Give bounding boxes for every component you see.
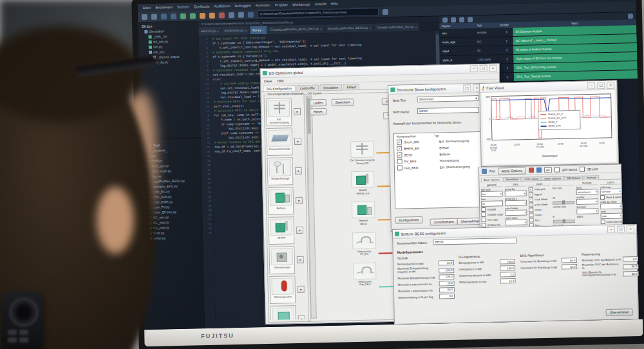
param-input[interactable] xyxy=(500,278,516,284)
checkbox[interactable] xyxy=(397,159,402,164)
param-input[interactable] xyxy=(500,272,515,278)
reset-button[interactable]: Reset xyxy=(310,108,327,116)
option-select[interactable]: ▾ xyxy=(600,203,622,209)
options-tab[interactable]: Annotation xyxy=(503,177,521,182)
save-all-icon[interactable] xyxy=(171,13,176,19)
system-component-card[interactable]: BHKW BHKW_EG xyxy=(350,171,376,196)
tab-close-icon[interactable]: × xyxy=(369,26,371,30)
menu-item[interactable]: Bearbeiten xyxy=(155,5,173,10)
add-component-button[interactable]: ▸ xyxy=(296,197,303,204)
debug-icon[interactable] xyxy=(200,12,205,18)
component-name-input[interactable] xyxy=(433,238,516,245)
save-icon[interactable] xyxy=(161,14,167,19)
library-card[interactable]: BHKW xyxy=(268,216,294,245)
option-row[interactable]: y tick labels ▾ xyxy=(529,202,551,207)
checkbox[interactable] xyxy=(397,140,402,145)
library-card[interactable]: Ext. Stromversorgung xyxy=(266,98,292,126)
netz-name-input[interactable] xyxy=(417,107,479,114)
minimize-button[interactable]: – xyxy=(607,226,615,233)
import-data-icon[interactable] xyxy=(451,17,456,22)
param-input[interactable] xyxy=(500,259,515,265)
option-row[interactable]: x tick labels ▾ xyxy=(529,197,551,202)
option-row[interactable]: order by value ▾ xyxy=(600,200,622,209)
option-select[interactable]: monospace ▾ xyxy=(576,189,598,195)
option-row[interactable]: marker ▾ xyxy=(576,195,598,205)
options-tab[interactable]: Animate xyxy=(584,175,599,179)
configure-button[interactable]: Konfigurieren xyxy=(395,216,422,224)
close-button[interactable]: × xyxy=(489,64,497,71)
search-icon[interactable] xyxy=(229,12,234,18)
library-card[interactable]: Windkraftanlage xyxy=(267,157,294,185)
option-row[interactable]: plot type line ▾ line xyxy=(481,187,503,197)
options-tab[interactable]: Other Options xyxy=(542,176,564,180)
wrench-icon[interactable] xyxy=(248,12,254,17)
component-row[interactable]: Gas_EKG Ext. Stromversorgung xyxy=(395,163,482,171)
maximize-button[interactable]: ▢ xyxy=(617,225,625,232)
add-component-button[interactable]: ▸ xyxy=(294,108,301,115)
revert-button[interactable]: Zurücksetzen xyxy=(430,218,458,226)
checkbox[interactable] xyxy=(529,192,533,196)
tab-close-icon[interactable]: × xyxy=(245,28,247,32)
checkbox[interactable] xyxy=(397,146,402,151)
slider-thumb[interactable] xyxy=(563,219,565,223)
option-row[interactable]: multiple subpl. ▾ xyxy=(481,212,503,217)
eg-tab[interactable]: DG-Konfiguration xyxy=(263,85,296,91)
refresh-icon[interactable] xyxy=(442,17,448,23)
add-component-button[interactable]: ▸ xyxy=(297,256,304,263)
option-row[interactable]: linestyle ▾ xyxy=(576,205,598,214)
editor-tab[interactable]: libs.py × xyxy=(250,26,268,35)
checkbox[interactable] xyxy=(529,187,533,191)
dpi-spinbox[interactable] xyxy=(544,167,552,173)
param-input[interactable] xyxy=(623,256,638,262)
maximize-button[interactable]: ▢ xyxy=(480,65,488,72)
option-row[interactable]: group by 2 ▾ xyxy=(505,197,527,207)
netz-titlebar[interactable]: Stromnetz Strom konfigurieren ▢ × xyxy=(388,84,482,95)
param-input[interactable] xyxy=(439,274,454,280)
menu-item[interactable]: Debuggen xyxy=(234,3,251,8)
plot-icon[interactable] xyxy=(482,169,487,174)
apply-button[interactable]: Übernehmen xyxy=(606,308,633,316)
run-icon[interactable] xyxy=(180,13,186,19)
eg-tab[interactable]: Ablauf xyxy=(343,84,359,90)
editor-tab[interactable]: EKSYS.py × xyxy=(198,26,222,35)
column-groesse[interactable]: Größe xyxy=(500,22,513,28)
eg-tab[interactable]: Simulation xyxy=(319,84,343,91)
checkbox[interactable] xyxy=(529,202,533,207)
maximize-button[interactable]: ▢ xyxy=(463,84,471,91)
option-select[interactable]: Spectral ▾ xyxy=(600,188,622,194)
option-row[interactable]: fonts monospace ▾ monospace xyxy=(576,185,598,195)
menu-item[interactable]: Ansicht xyxy=(315,2,327,6)
menu-item[interactable]: Suchen xyxy=(177,5,189,8)
option-select[interactable]: bmh ▾ xyxy=(600,212,622,219)
library-card[interactable]: Batterie xyxy=(267,187,294,215)
save-plot-icon[interactable] xyxy=(536,167,542,173)
param-input[interactable] xyxy=(438,260,453,266)
system-component-card[interactable]: Batterie BESS xyxy=(350,202,377,226)
options-tab[interactable]: Grid Layout xyxy=(522,176,541,181)
options-icon[interactable] xyxy=(628,14,633,19)
checkbox[interactable] xyxy=(529,218,534,222)
tab-close-icon[interactable]: × xyxy=(217,29,219,33)
option-select[interactable]: ▾ xyxy=(505,191,527,197)
option-row[interactable]: show grid ▾ xyxy=(529,187,551,192)
option-slider[interactable]: 6 xyxy=(553,208,574,223)
menu-item[interactable]: Quellcode xyxy=(194,5,210,9)
option-row[interactable]: log x ▾ xyxy=(529,218,551,223)
slider-track[interactable] xyxy=(553,201,574,205)
options-tab[interactable]: Base Options xyxy=(481,177,502,182)
checkbox[interactable] xyxy=(529,197,533,202)
maximize-button[interactable]: ▢ xyxy=(597,82,605,89)
option-row[interactable]: show color bar ▾ xyxy=(601,219,623,224)
plot-canvas[interactable]: 100 0 -100 00:00 10-Aug 2015 12:00 00:00… xyxy=(482,90,616,165)
threed-checkbox[interactable] xyxy=(580,167,585,172)
menu-item[interactable]: Hilfe xyxy=(277,79,284,82)
checkbox[interactable] xyxy=(601,220,605,224)
library-card[interactable]: Wärmepumpe xyxy=(269,246,295,274)
param-input[interactable] xyxy=(562,264,577,270)
grid-layout-checkbox[interactable] xyxy=(554,167,560,172)
option-row[interactable]: show y ▾ xyxy=(529,212,551,218)
option-row[interactable]: style bmh ▾ bmh xyxy=(600,209,622,219)
browse-directory-icon[interactable] xyxy=(383,9,388,15)
option-row[interactable]: bins 20 ▾ 20 xyxy=(481,197,503,207)
add-component-button[interactable]: ▸ xyxy=(294,138,301,145)
